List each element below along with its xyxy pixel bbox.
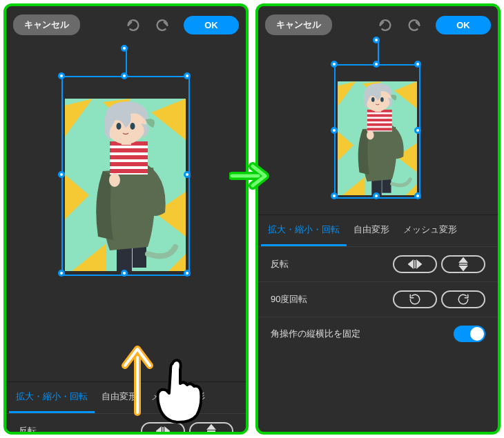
flip-vertical-button[interactable]: [441, 255, 485, 273]
lock-aspect-label: 角操作の縦横比を固定: [271, 328, 360, 340]
rotate-cw-button[interactable]: [441, 290, 485, 308]
handle-bottom-right[interactable]: [184, 270, 191, 277]
transform-selection[interactable]: [61, 76, 190, 276]
ok-button[interactable]: OK: [436, 16, 491, 34]
cancel-button[interactable]: キャンセル: [13, 14, 80, 35]
handle-bottom-center[interactable]: [121, 270, 128, 277]
flip-label: 反転: [19, 425, 37, 435]
screen-before: キャンセル OK: [3, 3, 249, 435]
rotate90-label: 90度回転: [271, 293, 307, 306]
canvas[interactable]: [6, 43, 246, 381]
redo-icon[interactable]: [404, 13, 425, 37]
rotate-handle[interactable]: [121, 45, 128, 52]
canvas[interactable]: [258, 43, 498, 215]
flip-label: 反転: [271, 258, 289, 270]
handle-top-right[interactable]: [184, 72, 191, 79]
handle-bottom-left[interactable]: [331, 192, 338, 199]
tab-scale-rotate[interactable]: 拡大・縮小・回転: [261, 215, 347, 246]
svg-marker-24: [208, 433, 215, 435]
ok-button[interactable]: OK: [184, 16, 239, 34]
topbar: キャンセル OK: [6, 6, 246, 43]
svg-marker-47: [417, 261, 421, 268]
handle-mid-right[interactable]: [184, 171, 191, 178]
handle-bottom-center[interactable]: [373, 192, 380, 199]
pointer-hand-icon: [158, 360, 202, 422]
handle-top-center[interactable]: [121, 72, 128, 79]
tabs: 拡大・縮小・回転 自由変形 メッシュ変形: [258, 215, 498, 246]
rotate-handle[interactable]: [373, 37, 380, 43]
handle-top-center[interactable]: [373, 61, 380, 68]
flip-horizontal-button[interactable]: [393, 255, 437, 273]
undo-icon[interactable]: [123, 13, 144, 37]
handle-mid-left[interactable]: [331, 127, 338, 134]
rotate-ccw-button[interactable]: [393, 290, 437, 308]
rotate90-row: 90度回転: [258, 281, 498, 317]
transform-selection[interactable]: [334, 64, 420, 199]
undo-icon[interactable]: [375, 13, 396, 37]
handle-mid-right[interactable]: [414, 127, 421, 134]
arrow-up-icon: [125, 349, 150, 412]
handle-top-left[interactable]: [58, 72, 65, 79]
handle-mid-left[interactable]: [58, 171, 65, 178]
tab-free-transform[interactable]: 自由変形: [347, 215, 396, 246]
svg-marker-46: [409, 261, 413, 268]
tab-scale-rotate[interactable]: 拡大・縮小・回転: [9, 382, 95, 413]
svg-marker-50: [460, 266, 467, 270]
cancel-button[interactable]: キャンセル: [265, 14, 332, 35]
lock-aspect-row: 角操作の縦横比を固定: [258, 317, 498, 350]
redo-icon[interactable]: [152, 13, 173, 37]
screen-after: キャンセル OK: [255, 3, 501, 435]
lock-aspect-toggle[interactable]: [454, 326, 485, 342]
handle-bottom-right[interactable]: [414, 192, 421, 199]
svg-marker-49: [460, 258, 467, 262]
arrow-right-icon: [229, 162, 271, 190]
tab-mesh[interactable]: メッシュ変形: [396, 215, 464, 246]
handle-top-left[interactable]: [331, 61, 338, 68]
flip-row: 反転: [258, 246, 498, 281]
handle-top-right[interactable]: [414, 61, 421, 68]
transform-panel: 拡大・縮小・回転 自由変形 メッシュ変形 反転 90度回転: [258, 215, 498, 350]
handle-bottom-left[interactable]: [58, 270, 65, 277]
swipe-up-gesture-overlay: [110, 337, 213, 429]
